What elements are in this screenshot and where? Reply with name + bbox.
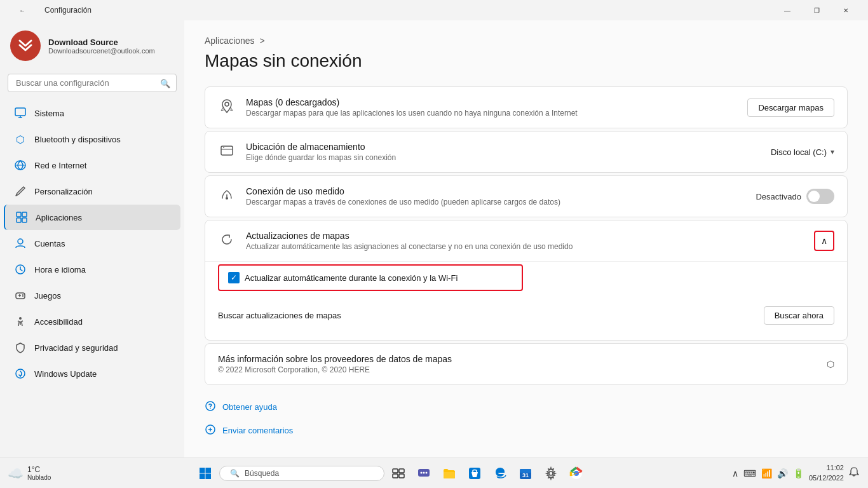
maps-card-row: Mapas (0 descargados) Descargar mapas pa… xyxy=(218,97,834,118)
weather-widget[interactable]: ☁️ 1°C Nublado xyxy=(8,465,51,481)
sidebar-nav: Sistema ⬡ Bluetooth y dispositivos Red e… xyxy=(0,100,184,458)
svg-point-40 xyxy=(423,471,425,473)
svg-rect-37 xyxy=(399,474,404,478)
info-label: Más información sobre los proveedores de… xyxy=(218,354,452,364)
sidebar-item-aplicaciones[interactable]: Aplicaciones xyxy=(4,205,180,230)
profile-name: Download Source xyxy=(48,37,155,47)
metered-toggle-group: Desactivado xyxy=(756,189,834,204)
titlebar: ← Configuración — ❐ ✕ xyxy=(0,0,868,20)
sidebar-search-container: 🔍 xyxy=(8,74,177,92)
maps-card-text: Mapas (0 descargados) Descargar mapas pa… xyxy=(246,97,578,118)
close-button[interactable]: ✕ xyxy=(831,0,860,20)
svg-rect-42 xyxy=(444,472,455,478)
svg-text:31: 31 xyxy=(522,472,529,478)
svg-point-23 xyxy=(226,197,228,200)
time-date-display[interactable]: 11:02 05/12/2022 xyxy=(809,463,844,483)
tray-arrow[interactable]: ∧ xyxy=(731,467,740,480)
updates-body: ✓ Actualizar automáticamente durante la … xyxy=(205,261,847,340)
start-button[interactable] xyxy=(194,462,217,485)
chat-button[interactable] xyxy=(412,462,435,485)
help-link[interactable]: Obtener ayuda xyxy=(205,395,848,419)
download-maps-button[interactable]: Descargar mapas xyxy=(747,98,834,117)
sidebar-item-privacidad[interactable]: Privacidad y seguridad xyxy=(4,335,180,360)
metered-card-row: Conexión de uso medido Descargar mapas a… xyxy=(218,186,834,207)
sidebar-item-cuentas[interactable]: Cuentas xyxy=(4,231,180,256)
profile-email: Downloadsourcenet@outlook.com xyxy=(48,47,155,55)
svg-point-0 xyxy=(13,32,37,56)
svg-point-17 xyxy=(19,317,22,320)
sidebar-item-update[interactable]: Windows Update xyxy=(4,361,180,386)
storage-select[interactable]: Disco local (C:) ▾ xyxy=(771,147,834,157)
weather-icon: ☁️ xyxy=(8,466,24,481)
sidebar-item-hora[interactable]: Hora e idioma xyxy=(4,257,180,282)
updates-header: Actualizaciones de mapas Actualizar auto… xyxy=(205,220,847,261)
sidebar-label-privacidad: Privacidad y seguridad xyxy=(34,343,118,353)
search-now-button[interactable]: Buscar ahora xyxy=(764,306,834,325)
app-container: Download Source Downloadsourcenet@outloo… xyxy=(0,20,868,458)
juegos-icon xyxy=(14,289,27,302)
taskbar-search[interactable]: 🔍 Búsqueda xyxy=(219,466,384,481)
battery-icon[interactable]: 🔋 xyxy=(792,467,805,480)
svg-rect-30 xyxy=(200,468,205,473)
storage-desc: Elige dónde guardar los mapas sin conexi… xyxy=(246,153,396,162)
metered-text: Conexión de uso medido Descargar mapas a… xyxy=(246,186,560,207)
help-section: Obtener ayuda Enviar comentarios xyxy=(205,395,848,442)
breadcrumb-parent[interactable]: Aplicaciones xyxy=(205,36,255,46)
auto-update-checkbox[interactable]: ✓ xyxy=(228,272,240,283)
sidebar-label-update: Windows Update xyxy=(34,369,97,379)
volume-icon[interactable]: 🔊 xyxy=(776,467,789,480)
titlebar-controls: — ❐ ✕ xyxy=(773,0,860,20)
help-label: Obtener ayuda xyxy=(222,402,277,412)
sidebar-item-bluetooth[interactable]: ⬡ Bluetooth y dispositivos xyxy=(4,126,180,152)
svg-rect-32 xyxy=(200,473,205,479)
store-button[interactable] xyxy=(463,462,486,485)
maximize-button[interactable]: ❐ xyxy=(802,0,831,20)
system-tray: ∧ ⌨ 📶 🔊 🔋 xyxy=(731,467,805,480)
svg-rect-33 xyxy=(206,473,212,479)
titlebar-title: Configuración xyxy=(44,6,92,15)
file-explorer-button[interactable] xyxy=(438,462,461,485)
updates-expand-button[interactable]: ∧ xyxy=(814,231,834,251)
updates-text: Actualizaciones de mapas Actualizar auto… xyxy=(246,231,573,251)
search-map-row: Buscar actualizaciones de mapas Buscar a… xyxy=(218,301,834,330)
sidebar-item-juegos[interactable]: Juegos xyxy=(4,283,180,308)
toggle-knob xyxy=(808,191,820,202)
sidebar-label-personalizacion: Personalización xyxy=(34,187,93,196)
help-icon xyxy=(205,400,216,414)
sidebar-item-red[interactable]: Red e Internet xyxy=(4,152,180,178)
chrome-button[interactable] xyxy=(565,462,588,485)
wifi-icon[interactable]: 📶 xyxy=(760,467,773,480)
calendar-button[interactable]: 31 xyxy=(514,462,537,485)
weather-condition: Nublado xyxy=(27,474,51,481)
sidebar-item-accesibilidad[interactable]: Accesibilidad xyxy=(4,309,180,334)
storage-icon xyxy=(218,144,236,161)
sidebar-label-red: Red e Internet xyxy=(34,161,86,170)
edge-button[interactable] xyxy=(489,462,512,485)
task-view-button[interactable] xyxy=(387,462,410,485)
feedback-link[interactable]: Enviar comentarios xyxy=(205,419,848,442)
svg-point-18 xyxy=(16,369,25,378)
weather-temp: 1°C xyxy=(27,465,51,474)
sistema-icon xyxy=(14,107,27,119)
taskbar-right: ∧ ⌨ 📶 🔊 🔋 11:02 05/12/2022 xyxy=(731,463,860,483)
aplicaciones-icon xyxy=(15,211,28,224)
back-button[interactable]: ← xyxy=(8,0,37,20)
updates-card: Actualizaciones de mapas Actualizar auto… xyxy=(205,220,848,341)
profile-info: Download Source Downloadsourcenet@outloo… xyxy=(48,37,155,55)
taskbar-search-label: Búsqueda xyxy=(245,469,279,478)
metered-toggle[interactable] xyxy=(806,189,834,204)
external-link-icon[interactable]: ⬡ xyxy=(827,359,834,369)
sidebar-item-sistema[interactable]: Sistema xyxy=(4,100,180,126)
settings-taskbar-button[interactable] xyxy=(539,462,562,485)
info-card: Más información sobre los proveedores de… xyxy=(205,343,848,385)
minimize-button[interactable]: — xyxy=(773,0,802,20)
search-input[interactable] xyxy=(8,74,177,92)
svg-point-47 xyxy=(549,471,553,475)
info-text: Más información sobre los proveedores de… xyxy=(218,354,452,374)
storage-label: Ubicación de almacenamiento xyxy=(246,142,396,152)
keyboard-icon[interactable]: ⌨ xyxy=(742,467,757,480)
svg-point-39 xyxy=(421,471,423,473)
notification-button[interactable] xyxy=(848,466,860,480)
svg-rect-7 xyxy=(22,212,27,217)
sidebar-item-personalizacion[interactable]: Personalización xyxy=(4,179,180,204)
